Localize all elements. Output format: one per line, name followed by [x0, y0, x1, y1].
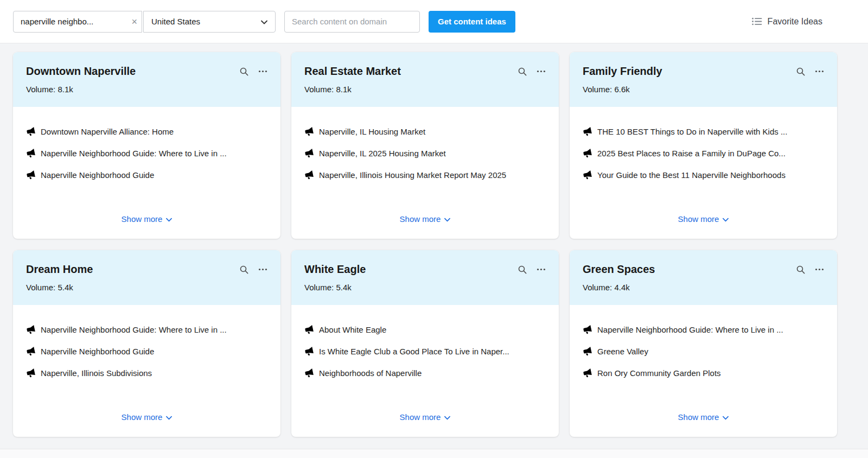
idea-title: Neighborhoods of Naperville: [319, 368, 422, 379]
list-item[interactable]: Is White Eagle Club a Good Place To Live…: [304, 346, 546, 357]
megaphone-icon: [582, 367, 592, 378]
list-item[interactable]: Naperville Neighborhood Guide: [26, 346, 267, 357]
volume-value: 4.4k: [614, 283, 629, 292]
more-options-icon[interactable]: [815, 265, 824, 274]
list-item[interactable]: Naperville, IL Housing Market: [304, 126, 546, 137]
list-item[interactable]: 2025 Best Places to Raise a Family in Du…: [583, 148, 824, 159]
show-more-button[interactable]: Show more: [119, 408, 175, 426]
volume-label: Volume:: [583, 283, 612, 292]
list-item[interactable]: Naperville Neighborhood Guide: [26, 170, 267, 181]
idea-title: Naperville, IL Housing Market: [319, 126, 425, 137]
megaphone-icon: [582, 126, 592, 137]
favorite-ideas-button[interactable]: Favorite Ideas: [752, 17, 822, 27]
more-options-icon[interactable]: [258, 265, 267, 274]
show-more-button[interactable]: Show more: [676, 210, 731, 228]
list-item[interactable]: Ron Ory Community Garden Plots: [583, 368, 824, 379]
chevron-down-icon: [444, 412, 450, 422]
idea-list: About White Eagle Is White Eagle Club a …: [304, 325, 546, 390]
card-title: Dream Home: [26, 263, 93, 276]
more-options-icon[interactable]: [537, 67, 546, 76]
keyword-group: × United States: [13, 11, 276, 33]
section-divider: [0, 449, 868, 458]
volume-value: 5.4k: [336, 283, 351, 292]
volume-label: Volume:: [304, 283, 334, 292]
idea-title: Greene Valley: [597, 346, 648, 357]
chevron-down-icon: [723, 214, 729, 224]
clear-icon[interactable]: ×: [131, 16, 137, 26]
volume-value: 6.6k: [614, 85, 629, 94]
megaphone-icon: [303, 324, 314, 335]
chevron-down-icon: [444, 214, 450, 224]
volume-label: Volume:: [304, 85, 334, 94]
list-item[interactable]: Downtown Naperville Alliance: Home: [26, 126, 267, 137]
idea-title: THE 10 BEST Things to Do in Naperville w…: [597, 126, 787, 137]
idea-title: Naperville Neighborhood Guide: Where to …: [597, 325, 783, 335]
idea-title: 2025 Best Places to Raise a Family in Du…: [597, 148, 786, 159]
list-item[interactable]: Naperville, Illinois Housing Market Repo…: [304, 170, 546, 181]
card-title: Downtown Naperville: [26, 65, 136, 78]
card-header: Green Spaces Volume: 4.4k: [570, 250, 837, 305]
card-header: White Eagle Volume: 5.4k: [291, 250, 559, 305]
topic-card-green-spaces: Green Spaces Volume: 4.4k Naperville Nei…: [570, 250, 837, 437]
more-options-icon[interactable]: [537, 265, 546, 274]
idea-title: Naperville Neighborhood Guide: [41, 346, 154, 357]
country-select[interactable]: United States: [143, 11, 276, 33]
search-icon[interactable]: [239, 67, 248, 76]
search-icon[interactable]: [518, 265, 527, 274]
show-more-button[interactable]: Show more: [676, 408, 731, 426]
idea-title: Downtown Naperville Alliance: Home: [41, 126, 174, 137]
list-icon: [752, 17, 762, 26]
topic-cards-grid: Downtown Naperville Volume: 8.1k Downtow…: [0, 43, 868, 449]
list-item[interactable]: Naperville, IL 2025 Housing Market: [304, 148, 546, 159]
card-body: THE 10 BEST Things to Do in Naperville w…: [570, 107, 837, 239]
list-item[interactable]: Naperville Neighborhood Guide: Where to …: [26, 148, 267, 159]
list-item[interactable]: Neighborhoods of Naperville: [304, 368, 546, 379]
card-body: Downtown Naperville Alliance: Home Naper…: [13, 107, 280, 239]
idea-title: Naperville, Illinois Housing Market Repo…: [319, 170, 506, 181]
list-item[interactable]: Naperville, Illinois Subdivisions: [26, 368, 267, 379]
idea-list: Naperville Neighborhood Guide: Where to …: [583, 325, 824, 390]
chevron-down-icon: [723, 412, 729, 422]
card-body: Naperville Neighborhood Guide: Where to …: [13, 305, 280, 437]
card-body: Naperville Neighborhood Guide: Where to …: [570, 305, 837, 437]
get-content-ideas-button[interactable]: Get content ideas: [429, 11, 515, 33]
list-item[interactable]: Naperville Neighborhood Guide: Where to …: [26, 325, 267, 335]
more-options-icon[interactable]: [815, 67, 824, 76]
idea-title: Naperville Neighborhood Guide: Where to …: [41, 325, 227, 335]
country-selected-value: United States: [151, 17, 200, 26]
more-options-icon[interactable]: [258, 67, 267, 76]
megaphone-icon: [303, 126, 314, 137]
keyword-input[interactable]: [13, 11, 142, 33]
volume-label: Volume:: [26, 283, 55, 292]
volume: Volume: 5.4k: [26, 283, 267, 292]
search-icon[interactable]: [518, 67, 527, 76]
idea-list: Naperville, IL Housing Market Naperville…: [304, 126, 546, 192]
show-more-button[interactable]: Show more: [398, 210, 453, 228]
list-item[interactable]: Naperville Neighborhood Guide: Where to …: [583, 325, 824, 335]
card-header: Dream Home Volume: 5.4k: [13, 250, 280, 305]
search-icon[interactable]: [239, 265, 248, 274]
megaphone-icon: [303, 148, 314, 158]
idea-title: Is White Eagle Club a Good Place To Live…: [319, 346, 509, 357]
megaphone-icon: [25, 148, 36, 158]
idea-title: Naperville, Illinois Subdivisions: [41, 368, 152, 379]
search-icon[interactable]: [796, 265, 805, 274]
topic-card-white-eagle: White Eagle Volume: 5.4k About White Eag…: [291, 250, 559, 437]
list-item[interactable]: Your Guide to the Best 11 Naperville Nei…: [583, 170, 824, 181]
list-item[interactable]: About White Eagle: [304, 325, 546, 335]
list-item[interactable]: THE 10 BEST Things to Do in Naperville w…: [583, 126, 824, 137]
search-icon[interactable]: [796, 67, 805, 76]
volume: Volume: 4.4k: [583, 283, 824, 292]
domain-search-input[interactable]: [284, 11, 420, 33]
show-more-button[interactable]: Show more: [398, 408, 453, 426]
show-more-button[interactable]: Show more: [119, 210, 175, 228]
idea-title: About White Eagle: [319, 325, 386, 335]
list-item[interactable]: Greene Valley: [583, 346, 824, 357]
megaphone-icon: [25, 126, 36, 137]
volume: Volume: 8.1k: [26, 85, 267, 94]
volume: Volume: 8.1k: [304, 85, 546, 94]
idea-list: Naperville Neighborhood Guide: Where to …: [26, 325, 267, 390]
idea-title: Ron Ory Community Garden Plots: [597, 368, 721, 379]
volume-label: Volume:: [26, 85, 55, 94]
chevron-down-icon: [166, 214, 172, 224]
